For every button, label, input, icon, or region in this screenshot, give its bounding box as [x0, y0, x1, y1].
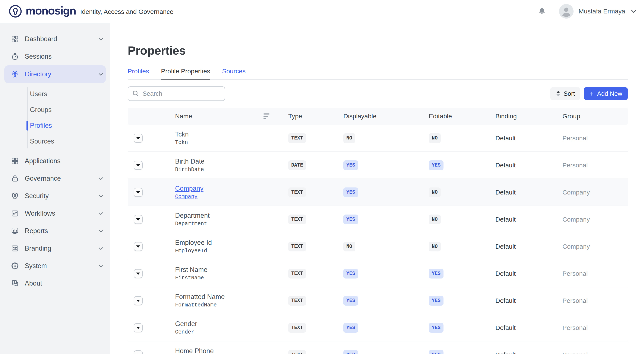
row-actions-dropdown[interactable] — [134, 350, 143, 354]
add-new-label: Add New — [597, 90, 622, 97]
table-row: Tckn Tckn TEXT NO NO Default Personal — [128, 125, 628, 152]
chevron-down-icon — [97, 210, 104, 217]
sidebar-item-directory[interactable]: Directory — [4, 65, 106, 83]
caret-down-icon — [136, 300, 140, 302]
sidebar-item-governance[interactable]: Governance — [0, 170, 110, 187]
sidebar-item-applications[interactable]: Applications — [0, 152, 110, 170]
property-name[interactable]: Tckn — [175, 131, 288, 138]
chevron-down-icon — [97, 175, 104, 182]
sidebar-item-security[interactable]: Security — [0, 187, 110, 205]
property-name[interactable]: Formatted Name — [175, 293, 288, 301]
sidebar-subitem-label: Sources — [30, 138, 54, 145]
binding-value: Default — [496, 135, 562, 142]
caret-down-icon — [136, 273, 140, 275]
property-name[interactable]: Birth Date — [175, 158, 288, 165]
governance-icon — [11, 174, 19, 183]
displayable-badge: NO — [343, 133, 355, 143]
displayable-badge: YES — [343, 296, 358, 306]
column-type: Type — [288, 113, 343, 120]
group-value: Company — [562, 216, 628, 223]
user-avatar[interactable] — [559, 4, 574, 18]
sidebar-subitem-users[interactable]: Users — [0, 86, 110, 102]
property-name[interactable]: Department — [175, 212, 288, 219]
row-actions-dropdown[interactable] — [134, 323, 143, 332]
sidebar-item-label: Reports — [25, 227, 48, 235]
property-name[interactable]: Company — [175, 185, 288, 192]
table-row: Employee Id EmployeeId TEXT NO NO Defaul… — [128, 233, 628, 260]
tab-sources[interactable]: Sources — [222, 68, 246, 80]
sidebar-item-label: Directory — [25, 70, 51, 78]
property-key: Department — [175, 221, 288, 227]
sidebar-item-label: Branding — [25, 245, 51, 252]
row-actions-dropdown[interactable] — [134, 296, 143, 305]
tab-profile-properties[interactable]: Profile Properties — [161, 68, 210, 80]
table-row: Home Phone HomePhone TEXT YES YES Defaul… — [128, 342, 628, 354]
property-key: Gender — [175, 329, 288, 335]
editable-badge: NO — [429, 133, 441, 143]
brand-logo[interactable]: monosign — [8, 4, 76, 18]
search-input[interactable] — [128, 86, 225, 101]
sidebar: DashboardSessionsDirectoryUsersGroupsPro… — [0, 23, 110, 354]
sidebar-subitem-groups[interactable]: Groups — [0, 102, 110, 118]
row-actions-dropdown[interactable] — [134, 242, 143, 251]
sidebar-item-workflows[interactable]: Workflows — [0, 205, 110, 222]
property-name[interactable]: First Name — [175, 266, 288, 274]
sidebar-item-system[interactable]: System — [0, 257, 110, 275]
sidebar-subitem-label: Users — [30, 90, 47, 98]
type-badge: DATE — [288, 160, 306, 170]
sidebar-item-label: Workflows — [25, 210, 55, 217]
search-icon — [132, 90, 139, 97]
sidebar-subitem-sources[interactable]: Sources — [0, 134, 110, 149]
user-menu-chevron-icon[interactable] — [630, 8, 637, 15]
sidebar-item-label: Applications — [25, 157, 60, 165]
sort-button[interactable]: Sort — [550, 87, 580, 100]
sidebar-subitem-profiles[interactable]: Profiles — [0, 118, 110, 134]
group-value: Company — [562, 189, 628, 196]
property-key: BirthDate — [175, 167, 288, 173]
property-key: Company — [175, 194, 288, 200]
property-key: EmployeeId — [175, 248, 288, 254]
brand-name: monosign — [26, 5, 76, 17]
binding-value: Default — [496, 216, 562, 223]
group-value: Personal — [562, 324, 628, 331]
sidebar-item-branding[interactable]: Branding — [0, 240, 110, 257]
sidebar-item-label: About — [25, 280, 42, 287]
row-actions-dropdown[interactable] — [134, 134, 143, 143]
property-name[interactable]: Employee Id — [175, 239, 288, 246]
add-new-button[interactable]: + Add New — [584, 87, 628, 100]
type-badge: TEXT — [288, 269, 306, 279]
sort-bars-icon[interactable] — [264, 113, 270, 119]
sidebar-item-reports[interactable]: Reports — [0, 222, 110, 240]
type-badge: TEXT — [288, 214, 306, 224]
sidebar-item-about[interactable]: About — [0, 275, 110, 292]
table-row: Company Company TEXT YES NO Default Comp… — [128, 179, 628, 206]
sidebar-item-dashboard[interactable]: Dashboard — [0, 30, 110, 48]
reports-icon — [11, 227, 19, 235]
displayable-badge: NO — [343, 242, 355, 251]
properties-table: Name Type Displayable Editable Binding G… — [128, 108, 628, 354]
keyhole-logo-icon — [8, 4, 22, 18]
property-name[interactable]: Gender — [175, 320, 288, 328]
search-box — [128, 86, 225, 101]
directory-icon — [11, 70, 19, 78]
displayable-badge: YES — [343, 160, 358, 170]
dashboard-icon — [11, 35, 19, 43]
property-name[interactable]: Home Phone — [175, 347, 288, 354]
user-name[interactable]: Mustafa Ermaya — [579, 8, 625, 15]
sidebar-subitem-label: Profiles — [30, 122, 52, 130]
sidebar-sublist-directory: UsersGroupsProfilesSources — [0, 86, 110, 149]
row-actions-dropdown[interactable] — [134, 215, 143, 224]
row-actions-dropdown[interactable] — [134, 269, 143, 278]
caret-down-icon — [136, 218, 140, 221]
group-value: Personal — [562, 135, 628, 142]
caret-down-icon — [136, 327, 140, 329]
bell-icon[interactable] — [538, 7, 546, 15]
row-actions-dropdown[interactable] — [134, 188, 143, 197]
tab-profiles[interactable]: Profiles — [128, 68, 149, 80]
editable-badge: YES — [429, 160, 444, 170]
sidebar-item-label: Sessions — [25, 53, 52, 60]
sort-button-label: Sort — [564, 90, 575, 97]
sidebar-item-sessions[interactable]: Sessions — [0, 48, 110, 65]
type-badge: TEXT — [288, 323, 306, 333]
row-actions-dropdown[interactable] — [134, 161, 143, 170]
